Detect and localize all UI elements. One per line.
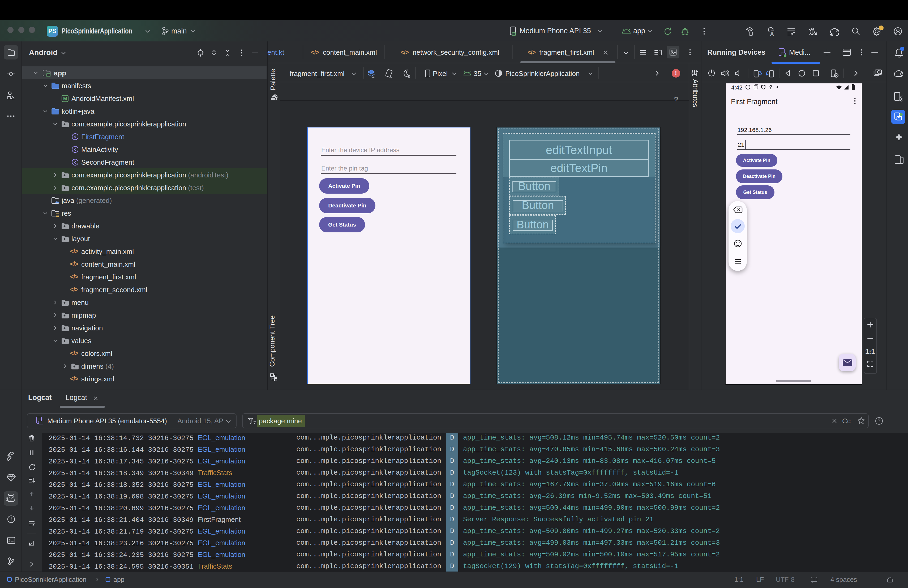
svg-text:M: M <box>63 97 67 101</box>
svg-text:A: A <box>770 31 774 37</box>
